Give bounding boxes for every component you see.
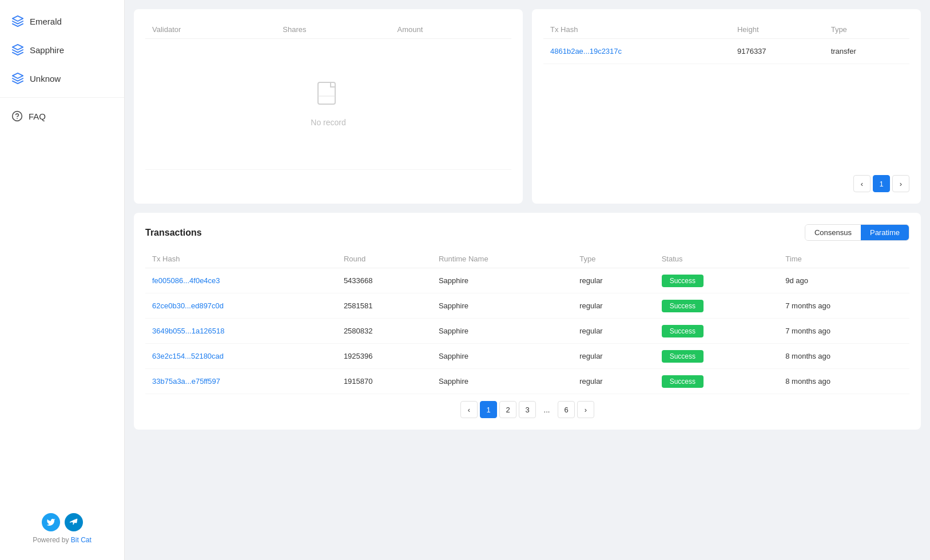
col-tx-hash: Tx Hash xyxy=(145,250,337,268)
page-1-btn[interactable]: 1 xyxy=(873,175,890,192)
sidebar-bottom: Powered by Bit Cat xyxy=(0,504,124,553)
consensus-toggle-btn[interactable]: Consensus xyxy=(805,225,861,240)
runtime-name-cell: Sapphire xyxy=(432,344,573,369)
telegram-icon[interactable] xyxy=(65,513,83,531)
col-shares: Shares xyxy=(276,21,390,39)
col-time: Time xyxy=(778,250,909,268)
validator-panel: Validator Shares Amount xyxy=(134,9,523,204)
transactions-table-container: Tx Hash Round Runtime Name Type Status T… xyxy=(145,250,909,394)
col-round: Round xyxy=(337,250,432,268)
sidebar-item-emerald[interactable]: Emerald xyxy=(0,7,124,35)
col-validator: Validator xyxy=(145,21,276,39)
status-cell: Success xyxy=(655,268,779,293)
layers-icon xyxy=(11,72,24,85)
transactions-header: Transactions Consensus Paratime xyxy=(145,224,909,241)
svg-marker-1 xyxy=(13,45,23,50)
page-3-btn[interactable]: 3 xyxy=(519,401,536,418)
runtime-name-cell: Sapphire xyxy=(432,319,573,344)
svg-rect-5 xyxy=(318,82,335,104)
page-2-btn[interactable]: 2 xyxy=(499,401,516,418)
transactions-table: Tx Hash Round Runtime Name Type Status T… xyxy=(145,250,909,394)
tx-hash-link-1[interactable]: 62ce0b30...ed897c0d xyxy=(152,301,224,310)
round-cell: 5433668 xyxy=(337,268,432,293)
right-panel-pagination: ‹ 1 › xyxy=(543,168,909,192)
powered-by: Powered by Bit Cat xyxy=(33,536,92,544)
sidebar-item-sapphire[interactable]: Sapphire xyxy=(0,35,124,64)
status-badge: Success xyxy=(662,325,704,337)
table-row: fe005086...4f0e4ce3 5433668 Sapphire reg… xyxy=(145,268,909,293)
col-type: Type xyxy=(573,250,654,268)
status-cell: Success xyxy=(655,344,779,369)
svg-marker-2 xyxy=(13,73,23,78)
col-amount: Amount xyxy=(391,21,511,39)
col-status: Status xyxy=(655,250,779,268)
no-record-icon xyxy=(315,81,342,113)
runtime-name-cell: Sapphire xyxy=(432,369,573,394)
height-cell: 9176337 xyxy=(730,39,824,64)
col-tx-hash: Tx Hash xyxy=(543,21,730,39)
status-cell: Success xyxy=(655,293,779,319)
tx-hash-link-2[interactable]: 3649b055...1a126518 xyxy=(152,327,225,335)
runtime-name-cell: Sapphire xyxy=(432,293,573,319)
table-row: 63e2c154...52180cad 1925396 Sapphire reg… xyxy=(145,344,909,369)
transactions-title: Transactions xyxy=(145,228,202,238)
round-cell: 1915870 xyxy=(337,369,432,394)
round-cell: 1925396 xyxy=(337,344,432,369)
time-cell: 9d ago xyxy=(778,268,909,293)
tx-panel: Tx Hash Height Type 4861b2ae...19c2317c … xyxy=(532,9,921,204)
type-cell: regular xyxy=(573,344,654,369)
time-cell: 8 months ago xyxy=(778,369,909,394)
round-cell: 2581581 xyxy=(337,293,432,319)
page-6-btn[interactable]: 6 xyxy=(558,401,575,418)
page-1-btn[interactable]: 1 xyxy=(480,401,497,418)
main-content: Validator Shares Amount xyxy=(125,0,930,560)
round-cell: 2580832 xyxy=(337,319,432,344)
sidebar-item-faq[interactable]: FAQ xyxy=(0,102,124,130)
toggle-group: Consensus Paratime xyxy=(805,224,909,241)
transactions-pagination: ‹ 1 2 3 ... 6 › xyxy=(145,394,909,418)
col-type: Type xyxy=(824,21,909,39)
social-icons xyxy=(42,513,83,531)
prev-page-btn[interactable]: ‹ xyxy=(853,175,871,192)
tx-hash-link-4[interactable]: 33b75a3a...e75ff597 xyxy=(152,377,220,386)
next-page-btn[interactable]: › xyxy=(577,401,594,418)
status-cell: Success xyxy=(655,369,779,394)
status-badge: Success xyxy=(662,275,704,287)
prev-page-btn[interactable]: ‹ xyxy=(460,401,478,418)
svg-marker-0 xyxy=(13,16,23,21)
twitter-icon[interactable] xyxy=(42,513,60,531)
type-cell: regular xyxy=(573,268,654,293)
time-cell: 7 months ago xyxy=(778,293,909,319)
sidebar-item-label: Emerald xyxy=(30,17,62,26)
tx-table: Tx Hash Height Type 4861b2ae...19c2317c … xyxy=(543,21,909,64)
tx-hash-link-3[interactable]: 63e2c154...52180cad xyxy=(152,352,224,360)
col-height: Height xyxy=(730,21,824,39)
tx-table-container: Tx Hash Height Type 4861b2ae...19c2317c … xyxy=(543,21,909,168)
table-row: 62ce0b30...ed897c0d 2581581 Sapphire reg… xyxy=(145,293,909,319)
layers-icon xyxy=(11,43,24,56)
table-row: 3649b055...1a126518 2580832 Sapphire reg… xyxy=(145,319,909,344)
paratime-toggle-btn[interactable]: Paratime xyxy=(861,225,909,240)
type-cell: regular xyxy=(573,293,654,319)
type-cell: regular xyxy=(573,369,654,394)
status-badge: Success xyxy=(662,350,704,363)
bitcat-link[interactable]: Bit Cat xyxy=(71,536,92,544)
type-cell: transfer xyxy=(824,39,909,64)
next-page-btn[interactable]: › xyxy=(892,175,909,192)
no-record-text: No record xyxy=(311,118,345,127)
type-cell: regular xyxy=(573,319,654,344)
no-record: No record xyxy=(152,47,504,161)
ellipsis: ... xyxy=(538,401,555,418)
table-row: 33b75a3a...e75ff597 1915870 Sapphire reg… xyxy=(145,369,909,394)
tx-hash-link-0[interactable]: fe005086...4f0e4ce3 xyxy=(152,276,220,285)
validator-table: Validator Shares Amount xyxy=(145,21,511,170)
status-badge: Success xyxy=(662,375,704,388)
question-icon xyxy=(11,110,23,122)
validator-table-container: Validator Shares Amount xyxy=(145,21,511,170)
status-badge: Success xyxy=(662,300,704,312)
sidebar-item-unknow[interactable]: Unknow xyxy=(0,64,124,93)
sidebar-item-label: FAQ xyxy=(29,112,46,121)
table-row: 4861b2ae...19c2317c 9176337 transfer xyxy=(543,39,909,64)
tx-hash-link[interactable]: 4861b2ae...19c2317c xyxy=(550,47,622,55)
sidebar-item-label: Sapphire xyxy=(30,45,64,55)
